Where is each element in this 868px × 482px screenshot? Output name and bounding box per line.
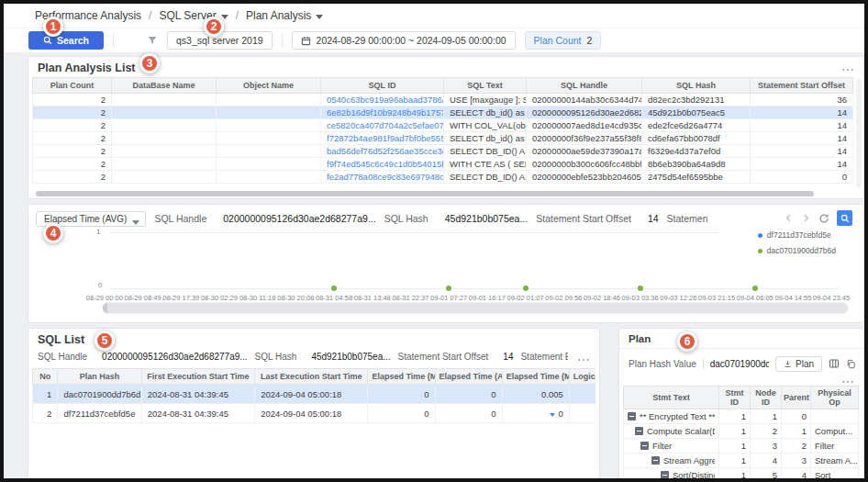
arrow-right-icon[interactable]	[801, 213, 811, 223]
column-header[interactable]: Plan Count	[33, 78, 112, 94]
sql-id-link[interactable]: bad56def76d52f256ae35cce3d5bb3d3	[321, 145, 444, 158]
app-window: Performance Analysis / SQL Server / Plan…	[0, 0, 868, 482]
collapse-icon[interactable]	[651, 456, 660, 465]
plan-tree-row[interactable]: Sort(Distinct Sort ORD... 1 5 4 Sort	[624, 468, 859, 480]
download-plan-button[interactable]: Plan	[775, 356, 822, 372]
column-header[interactable]: Elapsed Time (Max)	[502, 369, 569, 385]
chart-range-scrollbar[interactable]	[103, 303, 848, 313]
copy-icon[interactable]	[846, 359, 856, 369]
column-header[interactable]: Object Name	[217, 78, 321, 94]
plan-tree-row[interactable]: Compute Scalar(DEFINE:([Ex... 1 2 1 Comp…	[624, 424, 859, 439]
column-header[interactable]: DataBase Name	[112, 78, 217, 94]
filter-icon[interactable]	[147, 35, 158, 46]
column-header[interactable]: SQL Text	[444, 78, 527, 94]
column-header[interactable]: SQL ID	[321, 78, 444, 94]
sql-id-link[interactable]: f72872b4ae981f9ad7bf0be555f4ecf4	[321, 132, 444, 145]
chart-nav	[784, 210, 852, 226]
chevron-down-icon	[221, 15, 228, 19]
plan-tree-row[interactable]: Filter 1 3 2 Filter	[624, 439, 859, 454]
cell-offset: 14	[751, 106, 853, 119]
arrow-left-icon[interactable]	[784, 213, 794, 223]
column-header[interactable]: Node ID	[751, 387, 782, 409]
table-row-selected[interactable]: 1 dac0701900dd7b6d 2024-08-31 04:39:45 2…	[33, 385, 596, 404]
data-point[interactable]	[331, 286, 337, 291]
cell-object	[217, 94, 321, 106]
sql-list-fields: SQL Handle 0200000095126d30ae2d68277a9..…	[38, 352, 568, 362]
table-row[interactable]: 2 f9f74ed545c6c49c1d0b54015bd1d81d WITH …	[33, 158, 853, 171]
search-button[interactable]: Search	[28, 31, 104, 50]
cell-sql-text: SELECT DB_ID() AS [database...	[444, 145, 527, 158]
cell-sql-text: WITH CTE AS ( SELECT DISTI...	[444, 158, 527, 171]
cell-stmt-text: Sort(Distinct Sort ORD...	[624, 468, 719, 480]
plan-analysis-list-panel: Plan Analysis List Plan Count DataBase N…	[28, 56, 864, 199]
plan-panel: Plan Plan Hash Value dac0701900dd7b6d Pl…	[618, 328, 864, 479]
cell-database	[112, 158, 217, 171]
plan-tree-row[interactable]: Stream Aggregate(Aggre... 1 4 3 Stream A…	[624, 454, 859, 468]
field-label: SQL Hash	[255, 352, 297, 362]
column-header[interactable]: Parent	[782, 387, 811, 409]
x-axis-tick: 09-03 21:15	[698, 294, 735, 302]
tab-plan[interactable]: Plan	[629, 333, 651, 344]
cell-plan-count: 2	[33, 145, 112, 158]
column-header[interactable]: No	[33, 369, 58, 385]
collapse-icon[interactable]	[635, 427, 643, 435]
legend-item[interactable]: dac0701900dd7b6d	[758, 246, 836, 255]
columns-layout-icon[interactable]	[829, 358, 840, 369]
column-header[interactable]: First Execution Start Time	[141, 369, 254, 385]
plan-count-filter[interactable]: Plan Count 2	[525, 31, 602, 50]
sql-id-link[interactable]: fe2ad778a08ce9c83e697948c58d3b16	[321, 171, 444, 184]
column-header[interactable]: Last Execution Start Time	[255, 369, 368, 385]
table-row-selected[interactable]: 2 6e82b16d9f10b9248b49b1757c4088e4 SELEC…	[33, 106, 853, 119]
data-point[interactable]	[523, 286, 529, 291]
cell-sql-handle: 02000000ae59de37390a17a103f0d4f...	[527, 145, 642, 158]
sql-id-link[interactable]: 6e82b16d9f10b9248b49b1757c4088e4	[321, 106, 444, 119]
column-header[interactable]: Elapsed Time (Avg)	[435, 369, 502, 385]
cell-sql-handle: 020000007aed8d1e4cd935c09f7b2f7...	[527, 119, 642, 132]
table-row[interactable]: 2 0540c63bc919a96abaad3786a282adbc USE […	[33, 94, 853, 106]
legend-item[interactable]: df7211d37cebfd5e	[758, 230, 836, 240]
zoom-search-button[interactable]	[837, 210, 852, 226]
column-header[interactable]: SQL Hash	[642, 78, 751, 94]
sql-id-link[interactable]: ce5820ca407d704a2c5efae07e8a7c9e	[321, 119, 444, 132]
search-icon	[43, 36, 52, 45]
horizontal-scrollbar[interactable]	[36, 191, 814, 196]
divider	[703, 359, 704, 369]
table-row[interactable]: 2 f72872b4ae981f9ad7bf0be555f4ecf4 SELEC…	[33, 132, 853, 145]
data-point[interactable]	[446, 286, 451, 291]
cell-plan-count: 2	[33, 106, 112, 119]
column-header[interactable]: Statement Start Offset	[751, 78, 853, 94]
sql-id-link[interactable]: f9f74ed545c6c49c1d0b54015bd1d81d	[321, 158, 444, 171]
refresh-icon[interactable]	[818, 213, 829, 224]
column-header[interactable]: Physical Op	[811, 387, 859, 409]
cell-sql-handle: 02000000144ab30c6344d74d1aa705...	[527, 94, 642, 106]
data-point[interactable]	[638, 286, 643, 291]
cell-parent: 0	[782, 409, 811, 424]
column-header[interactable]: Plan Hash	[58, 369, 141, 385]
more-menu-icon[interactable]	[577, 351, 590, 367]
column-header[interactable]: Stmt Text	[624, 387, 719, 409]
table-row[interactable]: 2 df7211d37cebfd5e 2024-08-31 04:39:45 2…	[33, 404, 596, 423]
date-range-picker[interactable]: 2024-08-29 00:00:00 ~ 2024-09-05 00:00:0…	[292, 31, 516, 50]
more-menu-icon[interactable]	[841, 61, 854, 77]
collapse-icon[interactable]	[628, 412, 636, 420]
data-point[interactable]	[752, 286, 758, 291]
breadcrumb-item-plan-analysis[interactable]: Plan Analysis	[246, 9, 323, 22]
cell-et-max: 0.005	[502, 385, 569, 404]
collapse-icon[interactable]	[661, 471, 669, 479]
table-row[interactable]: 2 ce5820ca407d704a2c5efae07e8a7c9e WITH …	[33, 119, 853, 132]
step-badge-5: 5	[95, 331, 115, 351]
plan-tree-row[interactable]: ** Encrypted Text ** 1 1 0	[624, 409, 859, 424]
sql-id-link[interactable]: 0540c63bc919a96abaad3786a282adbc	[321, 94, 444, 106]
column-header[interactable]: Elapsed Time (Min)	[368, 369, 435, 385]
column-header[interactable]: Stmt ID	[719, 387, 751, 409]
column-header[interactable]: Logical Reads (Min)	[569, 369, 595, 385]
table-row[interactable]: 2 bad56def76d52f256ae35cce3d5bb3d3 SELEC…	[33, 145, 853, 158]
range-left-handle[interactable]	[103, 303, 107, 313]
column-header[interactable]: SQL Handle	[527, 78, 642, 94]
x-axis-tick: 08-30 02:29	[201, 294, 238, 302]
collapse-icon[interactable]	[640, 442, 649, 450]
table-row[interactable]: 2 fe2ad778a08ce9c83e697948c58d3b16 SELEC…	[33, 171, 853, 184]
vertical-scrollbar[interactable]	[856, 79, 862, 187]
cell-database	[112, 132, 217, 145]
x-axis-tick: 08-31 22:37	[392, 294, 428, 302]
